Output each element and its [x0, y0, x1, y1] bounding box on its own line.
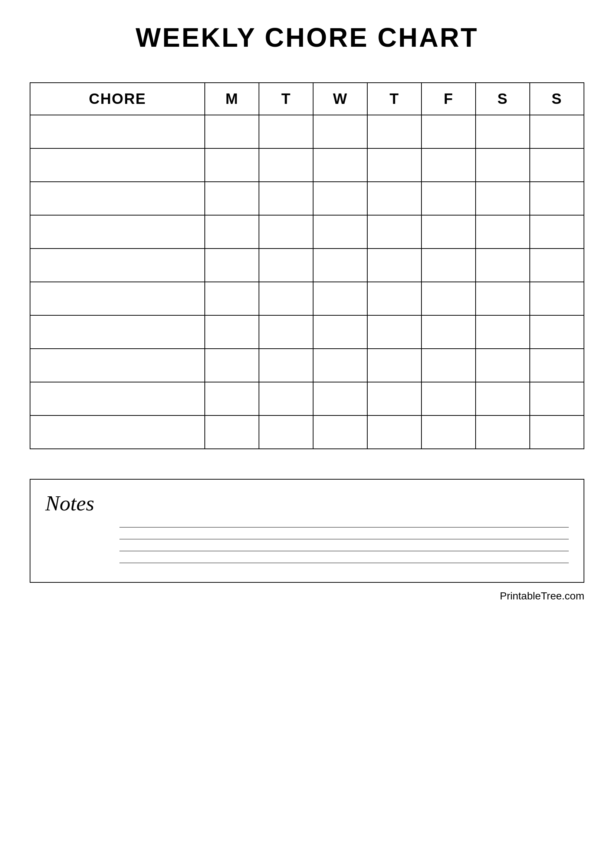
day-cell-6-tue[interactable] — [259, 282, 313, 315]
day-cell-5-wed[interactable] — [313, 248, 367, 282]
day-cell-6-wed[interactable] — [313, 282, 367, 315]
chore-input-9[interactable] — [30, 382, 205, 415]
table-row — [30, 315, 584, 349]
day-header-wed: W — [313, 83, 367, 115]
chore-input-6[interactable] — [30, 282, 205, 315]
day-cell-8-sun[interactable] — [530, 349, 584, 382]
day-header-mon: M — [205, 83, 259, 115]
day-cell-9-wed[interactable] — [313, 382, 367, 415]
day-cell-8-wed[interactable] — [313, 349, 367, 382]
chore-input-4[interactable] — [30, 215, 205, 248]
day-cell-7-mon[interactable] — [205, 315, 259, 349]
day-cell-9-tue[interactable] — [259, 382, 313, 415]
day-cell-2-sun[interactable] — [530, 148, 584, 182]
day-cell-10-tue[interactable] — [259, 415, 313, 449]
chore-input-2[interactable] — [30, 148, 205, 182]
day-cell-9-mon[interactable] — [205, 382, 259, 415]
footer: PrintableTree.com — [30, 590, 584, 602]
day-cell-7-thu[interactable] — [367, 315, 422, 349]
page-title: WEEKLY CHORE CHART — [135, 22, 478, 53]
day-cell-7-wed[interactable] — [313, 315, 367, 349]
chore-column-header: CHORE — [30, 83, 205, 115]
day-cell-8-mon[interactable] — [205, 349, 259, 382]
day-header-thu: T — [367, 83, 422, 115]
day-cell-3-wed[interactable] — [313, 182, 367, 215]
chore-input-5[interactable] — [30, 248, 205, 282]
day-cell-3-sat[interactable] — [476, 182, 530, 215]
chore-input-10[interactable] — [30, 415, 205, 449]
day-cell-7-fri[interactable] — [422, 315, 476, 349]
day-cell-6-mon[interactable] — [205, 282, 259, 315]
day-cell-7-sat[interactable] — [476, 315, 530, 349]
day-cell-9-thu[interactable] — [367, 382, 422, 415]
chore-input-8[interactable] — [30, 349, 205, 382]
day-cell-10-thu[interactable] — [367, 415, 422, 449]
day-cell-1-sat[interactable] — [476, 115, 530, 148]
day-cell-2-thu[interactable] — [367, 148, 422, 182]
day-cell-8-tue[interactable] — [259, 349, 313, 382]
day-cell-4-sun[interactable] — [530, 215, 584, 248]
notes-line-4[interactable] — [119, 562, 569, 563]
day-cell-8-thu[interactable] — [367, 349, 422, 382]
day-cell-4-fri[interactable] — [422, 215, 476, 248]
day-cell-10-mon[interactable] — [205, 415, 259, 449]
day-cell-3-mon[interactable] — [205, 182, 259, 215]
day-cell-2-sat[interactable] — [476, 148, 530, 182]
day-cell-5-sun[interactable] — [530, 248, 584, 282]
day-cell-5-tue[interactable] — [259, 248, 313, 282]
day-cell-1-sun[interactable] — [530, 115, 584, 148]
day-cell-1-thu[interactable] — [367, 115, 422, 148]
day-cell-9-sun[interactable] — [530, 382, 584, 415]
day-cell-5-fri[interactable] — [422, 248, 476, 282]
day-cell-9-sat[interactable] — [476, 382, 530, 415]
day-cell-8-fri[interactable] — [422, 349, 476, 382]
day-cell-4-tue[interactable] — [259, 215, 313, 248]
chore-input-3[interactable] — [30, 182, 205, 215]
day-cell-7-sun[interactable] — [530, 315, 584, 349]
day-cell-9-fri[interactable] — [422, 382, 476, 415]
chore-input-7[interactable] — [30, 315, 205, 349]
notes-line-1[interactable] — [119, 527, 569, 527]
chart-container: CHORE M T W T F S S — [30, 82, 584, 449]
day-cell-3-tue[interactable] — [259, 182, 313, 215]
day-cell-10-sun[interactable] — [530, 415, 584, 449]
day-cell-3-sun[interactable] — [530, 182, 584, 215]
day-cell-3-fri[interactable] — [422, 182, 476, 215]
day-cell-2-fri[interactable] — [422, 148, 476, 182]
day-cell-2-mon[interactable] — [205, 148, 259, 182]
day-cell-4-wed[interactable] — [313, 215, 367, 248]
day-cell-5-sat[interactable] — [476, 248, 530, 282]
day-cell-4-thu[interactable] — [367, 215, 422, 248]
day-cell-5-thu[interactable] — [367, 248, 422, 282]
day-cell-10-fri[interactable] — [422, 415, 476, 449]
day-cell-6-sat[interactable] — [476, 282, 530, 315]
day-cell-10-sat[interactable] — [476, 415, 530, 449]
day-cell-4-sat[interactable] — [476, 215, 530, 248]
day-cell-6-thu[interactable] — [367, 282, 422, 315]
day-cell-10-wed[interactable] — [313, 415, 367, 449]
day-cell-1-tue[interactable] — [259, 115, 313, 148]
table-header-row: CHORE M T W T F S S — [30, 83, 584, 115]
notes-line-2[interactable] — [119, 539, 569, 539]
footer-text: PrintableTree.com — [500, 590, 584, 602]
day-cell-1-fri[interactable] — [422, 115, 476, 148]
day-cell-6-fri[interactable] — [422, 282, 476, 315]
day-cell-4-mon[interactable] — [205, 215, 259, 248]
day-cell-1-mon[interactable] — [205, 115, 259, 148]
day-cell-5-mon[interactable] — [205, 248, 259, 282]
day-cell-3-thu[interactable] — [367, 182, 422, 215]
table-row — [30, 382, 584, 415]
notes-section: Notes — [30, 479, 584, 583]
day-cell-8-sat[interactable] — [476, 349, 530, 382]
table-row — [30, 415, 584, 449]
chore-input-1[interactable] — [30, 115, 205, 148]
day-cell-2-tue[interactable] — [259, 148, 313, 182]
day-cell-1-wed[interactable] — [313, 115, 367, 148]
table-row — [30, 248, 584, 282]
table-row — [30, 182, 584, 215]
day-cell-7-tue[interactable] — [259, 315, 313, 349]
day-cell-2-wed[interactable] — [313, 148, 367, 182]
day-header-sun: S — [530, 83, 584, 115]
day-cell-6-sun[interactable] — [530, 282, 584, 315]
notes-line-3[interactable] — [119, 550, 569, 551]
